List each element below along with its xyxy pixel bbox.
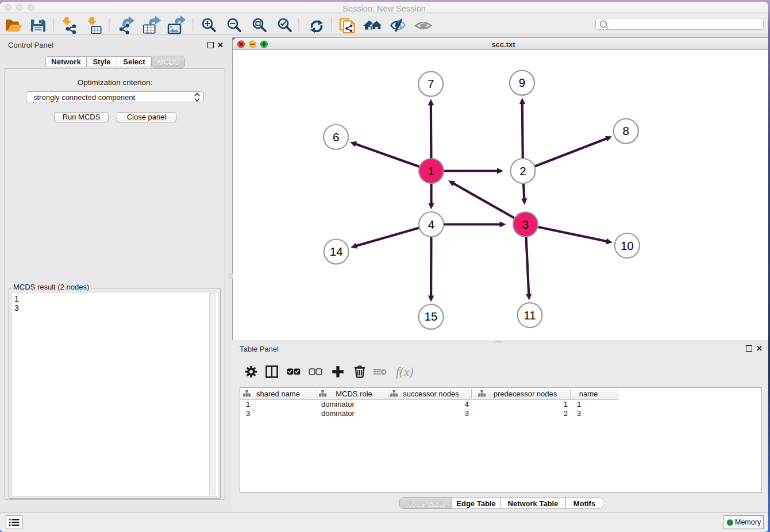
svg-text:successor nodes: successor nodes	[403, 390, 459, 398]
svg-text:7: 7	[428, 77, 434, 90]
svg-text:shared name: shared name	[256, 390, 300, 398]
svg-text:9: 9	[519, 76, 525, 89]
svg-text:predecessor nodes: predecessor nodes	[494, 390, 557, 398]
svg-text:10: 10	[621, 239, 634, 252]
svg-text:8: 8	[623, 124, 629, 137]
svg-text:6: 6	[333, 130, 339, 144]
svg-text:MCDS role: MCDS role	[336, 390, 372, 398]
svg-text:4: 4	[428, 218, 434, 231]
svg-text:f(x): f(x)	[396, 364, 414, 379]
svg-text:15: 15	[425, 310, 438, 323]
svg-text:11: 11	[523, 309, 536, 322]
svg-text:1: 1	[428, 164, 434, 178]
svg-text:14: 14	[330, 245, 343, 258]
svg-text:3: 3	[522, 218, 529, 231]
svg-text:2: 2	[519, 164, 526, 178]
svg-text:name: name	[579, 390, 598, 398]
